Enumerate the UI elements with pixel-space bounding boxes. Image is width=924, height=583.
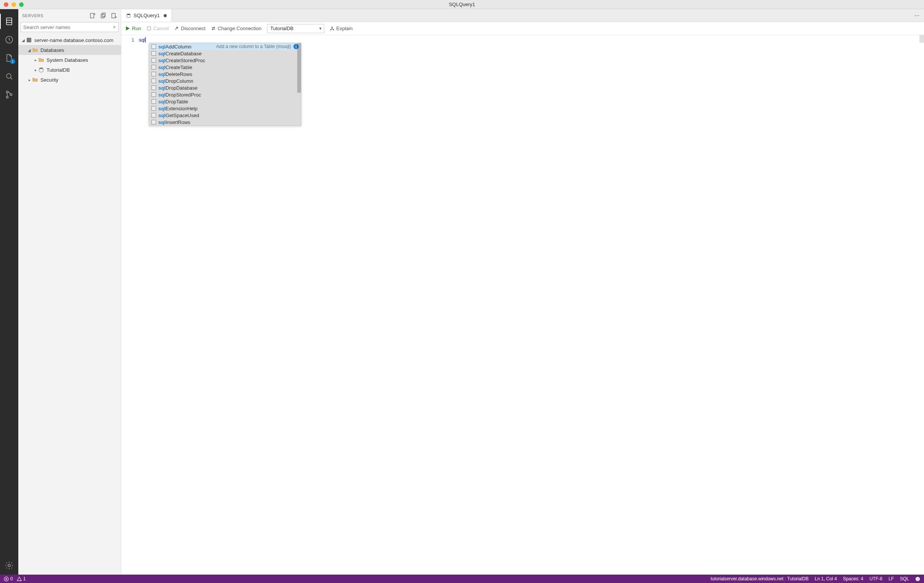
maximize-window-button[interactable] xyxy=(19,2,24,7)
text-cursor xyxy=(145,37,146,43)
intellisense-label: sqlCreateTable xyxy=(158,64,299,70)
intellisense-item[interactable]: sqlDropDatabase xyxy=(149,84,301,91)
databases-node[interactable]: ◢ Databases xyxy=(18,45,121,55)
activity-bar: 1 xyxy=(0,9,18,575)
twisty-collapsed-icon: ▸ xyxy=(27,78,32,82)
intellisense-item[interactable]: sqlAddColumnAdd a new column to a Table … xyxy=(149,43,301,50)
database-selector[interactable]: TutorialDB xyxy=(267,24,324,33)
smiley-icon xyxy=(915,576,920,581)
svg-rect-10 xyxy=(91,13,94,18)
status-warnings[interactable]: 1 xyxy=(17,576,26,581)
window-controls xyxy=(0,2,24,7)
server-label: server-name.database.contoso.com xyxy=(34,37,113,43)
activity-settings[interactable] xyxy=(0,556,18,575)
collapse-all-icon[interactable] xyxy=(111,13,117,19)
status-connection[interactable]: tutorialserver.database.windows.net : Tu… xyxy=(711,576,809,581)
svg-marker-29 xyxy=(17,576,21,580)
database-icon xyxy=(38,67,44,73)
twisty-expanded-icon: ◢ xyxy=(27,48,32,52)
editor-more-actions[interactable]: ⋯ xyxy=(910,9,924,22)
svg-point-30 xyxy=(916,576,920,581)
intellisense-item[interactable]: sqlCreateDatabase xyxy=(149,50,301,57)
activity-history[interactable] xyxy=(0,31,18,49)
folder-icon xyxy=(38,57,44,63)
clear-search-icon[interactable]: × xyxy=(113,24,116,30)
intellisense-label: sqlAddColumn xyxy=(158,44,210,50)
status-indentation[interactable]: Spaces: 4 xyxy=(843,576,863,581)
disconnect-button[interactable]: Disconnect xyxy=(174,26,205,31)
snippet-icon xyxy=(152,79,156,83)
intellisense-item[interactable]: sqlDropTable xyxy=(149,98,301,105)
intellisense-item[interactable]: sqlDropColumn xyxy=(149,78,301,84)
databases-label: Databases xyxy=(40,47,64,53)
intellisense-item[interactable]: sqlDropStoredProc xyxy=(149,91,301,98)
svg-point-9 xyxy=(8,564,10,566)
security-node[interactable]: ▸ Security xyxy=(18,75,121,85)
close-window-button[interactable] xyxy=(4,2,8,7)
system-databases-node[interactable]: ▸ System Databases xyxy=(18,55,121,65)
snippet-icon xyxy=(152,92,156,97)
intellisense-item[interactable]: sqlExtensionHelp xyxy=(149,105,301,112)
svg-rect-15 xyxy=(112,13,115,18)
status-cursor-position[interactable]: Ln 1, Col 4 xyxy=(815,576,837,581)
change-connection-button[interactable]: Change Connection xyxy=(211,26,262,31)
cancel-button: Cancel xyxy=(147,26,168,31)
new-connection-icon[interactable] xyxy=(90,13,96,19)
svg-line-5 xyxy=(11,78,13,80)
activity-servers[interactable] xyxy=(0,12,18,31)
editor-group: SQLQuery1 ⋯ Run Cancel Disconnect Change… xyxy=(121,9,924,575)
intellisense-item[interactable]: sqlGetSpaceUsed xyxy=(149,112,301,119)
tab-sqlquery1[interactable]: SQLQuery1 xyxy=(121,9,172,22)
activity-search[interactable] xyxy=(0,67,18,86)
status-feedback[interactable] xyxy=(915,576,920,581)
activity-source-control[interactable] xyxy=(0,86,18,104)
activity-explorer[interactable]: 1 xyxy=(0,49,18,67)
explorer-badge: 1 xyxy=(10,59,15,64)
server-node[interactable]: ◢ server-name.database.contoso.com xyxy=(18,35,121,45)
intellisense-label: sqlDeleteRows xyxy=(158,71,299,77)
svg-point-32 xyxy=(918,578,919,578)
titlebar: SQLQuery1 xyxy=(0,0,924,9)
intellisense-scrollbar[interactable] xyxy=(297,43,301,93)
servers-tree: ◢ server-name.database.contoso.com ◢ Dat… xyxy=(18,34,121,575)
server-search-box[interactable]: × xyxy=(21,22,119,32)
twisty-collapsed-icon: ▸ xyxy=(33,58,38,62)
minimize-window-button[interactable] xyxy=(12,2,16,7)
database-selected-label: TutorialDB xyxy=(271,26,294,31)
snippet-icon xyxy=(152,51,156,56)
svg-point-31 xyxy=(917,578,917,578)
status-eol[interactable]: LF xyxy=(889,576,894,581)
folder-icon xyxy=(32,47,38,53)
twisty-collapsed-icon: ▸ xyxy=(33,68,38,72)
svg-point-6 xyxy=(7,91,8,93)
editor-gutter: 1 xyxy=(121,35,139,575)
status-encoding[interactable]: UTF-8 xyxy=(870,576,883,581)
code-text: sql xyxy=(139,37,145,43)
new-group-icon[interactable] xyxy=(100,13,106,19)
run-button[interactable]: Run xyxy=(125,26,141,31)
swap-icon xyxy=(211,26,216,31)
code-editor[interactable]: 1 sql sqlAddColumnAdd a new column to a … xyxy=(121,35,924,575)
warning-icon xyxy=(17,576,22,581)
overview-ruler[interactable] xyxy=(919,35,924,43)
intellisense-item[interactable]: sqlCreateStoredProc xyxy=(149,57,301,64)
intellisense-label: sqlCreateDatabase xyxy=(158,51,299,56)
editor-tabs: SQLQuery1 ⋯ xyxy=(121,9,924,22)
snippet-icon xyxy=(152,120,156,124)
status-errors[interactable]: 0 xyxy=(4,576,13,581)
explain-button[interactable]: Explain xyxy=(330,26,353,31)
intellisense-item[interactable]: sqlCreateTable xyxy=(149,64,301,71)
folder-icon xyxy=(32,77,38,83)
intellisense-item[interactable]: sqlInsertRows xyxy=(149,119,301,126)
status-language[interactable]: SQL xyxy=(900,576,909,581)
svg-rect-14 xyxy=(102,13,105,17)
snippet-icon xyxy=(152,65,156,69)
play-icon xyxy=(125,26,130,31)
svg-point-23 xyxy=(331,27,332,28)
tutorialdb-node[interactable]: ▸ TutorialDB xyxy=(18,65,121,75)
snippet-icon xyxy=(152,106,156,111)
server-search-input[interactable] xyxy=(23,25,113,30)
svg-rect-0 xyxy=(7,18,12,25)
sidebar-title: SERVERS xyxy=(22,13,43,18)
intellisense-item[interactable]: sqlDeleteRows xyxy=(149,71,301,78)
